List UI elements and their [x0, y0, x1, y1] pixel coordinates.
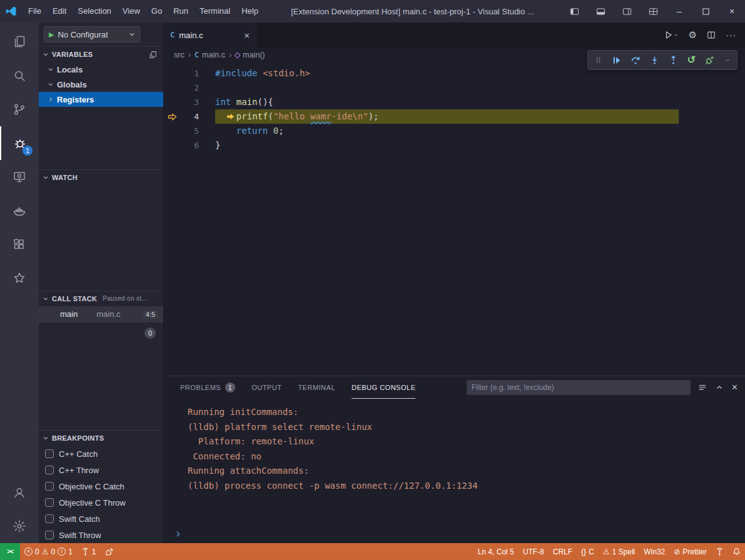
restart-button[interactable]: ↺ — [687, 55, 696, 65]
tab-main-c[interactable]: C main.c × — [164, 22, 256, 48]
panel-tab-output[interactable]: OUTPUT — [251, 376, 281, 399]
breadcrumb-item[interactable]: Cmain.c — [195, 51, 225, 59]
close-button[interactable]: × — [719, 0, 745, 22]
problems-indicator[interactable]: × 0 ⚠ 0 i 1 — [20, 543, 77, 560]
close-panel-icon[interactable]: × — [732, 382, 737, 393]
console-filter-input[interactable] — [467, 380, 691, 395]
activity-extensions-icon[interactable] — [0, 228, 39, 261]
menu-run[interactable]: Run — [168, 0, 194, 22]
copy-icon[interactable] — [149, 51, 157, 59]
panel-tab-debug-console[interactable]: DEBUG CONSOLE — [352, 376, 415, 399]
console-lines-icon[interactable] — [698, 383, 707, 392]
disconnect-button[interactable] — [705, 56, 714, 65]
breakpoint-row[interactable]: Objective C Catch — [39, 478, 163, 494]
activity-scm-icon[interactable] — [0, 92, 39, 126]
breakpoint-row[interactable]: Objective C Throw — [39, 494, 163, 511]
step-out-button[interactable] — [669, 55, 678, 65]
code-line[interactable]: 4 printf("hello wamr-ide\n"); — [164, 109, 745, 124]
code-line[interactable]: 6} — [164, 138, 745, 152]
cursor-position[interactable]: Ln 4, Col 5 — [474, 543, 519, 560]
encoding-indicator[interactable]: UTF-8 — [519, 543, 549, 560]
activity-star-icon[interactable] — [0, 261, 39, 295]
menu-help[interactable]: Help — [236, 0, 264, 22]
split-editor-icon[interactable] — [707, 31, 716, 39]
continue-button[interactable] — [612, 56, 621, 65]
menu-file[interactable]: File — [23, 0, 47, 22]
gear-icon[interactable]: ⚙ — [689, 29, 697, 41]
breakpoint-row[interactable]: Swift Catch — [39, 511, 163, 527]
breakpoint-checkbox[interactable] — [45, 482, 54, 491]
drag-handle[interactable] — [594, 55, 602, 65]
editor-tab-bar: C main.c × ⚙··· — [164, 22, 745, 48]
debug-config-dropdown[interactable]: ▶ No Configurat — [44, 26, 140, 42]
start-debugging-icon[interactable]: ▶ — [49, 31, 54, 39]
tunnel-indicator[interactable] — [711, 543, 728, 560]
maximize-button[interactable] — [692, 0, 719, 22]
menu-edit[interactable]: Edit — [47, 0, 72, 22]
breakpoint-row[interactable]: C++ Catch — [39, 446, 163, 462]
code-line[interactable]: 5 return 0; — [164, 124, 745, 138]
chevron-down-icon[interactable] — [725, 58, 731, 63]
variables-item-globals[interactable]: Globals — [39, 77, 163, 92]
menu-selection[interactable]: Selection — [72, 0, 116, 22]
platform-indicator[interactable]: Win32 — [639, 543, 669, 560]
menu-view[interactable]: View — [117, 0, 146, 22]
remote-indicator[interactable]: >< — [0, 543, 20, 560]
chevron-up-icon[interactable] — [716, 384, 723, 391]
run-or-debug-button[interactable] — [664, 31, 679, 39]
eol-indicator[interactable]: CRLF — [549, 543, 577, 560]
toggle-sidebar-icon[interactable] — [561, 0, 587, 22]
debug-console-output[interactable]: Running initCommands:(lldb) platform sel… — [164, 399, 745, 527]
watch-header[interactable]: WATCH — [39, 170, 163, 185]
variables-item-registers[interactable]: Registers — [39, 92, 163, 107]
breakpoint-row[interactable]: Swift Throw — [39, 527, 163, 543]
language-mode[interactable]: {} C — [577, 543, 599, 560]
ports-indicator[interactable]: 1 — [77, 543, 101, 560]
activity-gear-icon[interactable] — [0, 509, 39, 543]
line-number: 3 — [180, 95, 199, 109]
breakpoints-header[interactable]: BREAKPOINTS — [39, 431, 163, 446]
step-into-button[interactable] — [650, 55, 659, 65]
activity-explorer-icon[interactable] — [0, 25, 39, 59]
console-input-row[interactable] — [164, 527, 745, 543]
breadcrumb-item[interactable]: main() — [235, 51, 265, 59]
code-editor[interactable]: 1#include <stdio.h>23int main(){4 printf… — [164, 62, 745, 376]
activity-debug-icon[interactable]: 1 — [0, 126, 39, 160]
breakpoint-label: C++ Catch — [59, 449, 98, 459]
breakpoint-checkbox[interactable] — [45, 466, 54, 474]
stack-frame[interactable]: mainmain.c4:5 — [39, 306, 163, 322]
breakpoint-row[interactable]: C++ Throw — [39, 462, 163, 478]
code-line[interactable]: 2 — [164, 81, 745, 95]
breakpoint-checkbox[interactable] — [45, 514, 54, 523]
variables-item-locals[interactable]: Locals — [39, 62, 163, 77]
toggle-panel-icon[interactable] — [587, 0, 614, 22]
toggle-secondary-sidebar-icon[interactable] — [614, 0, 640, 22]
close-tab-icon[interactable]: × — [244, 30, 250, 41]
call-stack-header[interactable]: CALL STACK Paused on st... — [39, 291, 163, 306]
more-actions-icon[interactable]: ··· — [726, 30, 736, 40]
token: "hello — [273, 111, 310, 121]
step-over-button[interactable] — [631, 55, 641, 65]
activity-docker-icon[interactable] — [0, 194, 39, 228]
debug-target-indicator[interactable] — [101, 543, 118, 560]
code-text: return 0; — [215, 124, 284, 138]
breakpoint-checkbox[interactable] — [45, 449, 54, 458]
breadcrumb-item[interactable]: src — [174, 51, 185, 59]
menu-terminal[interactable]: Terminal — [194, 0, 236, 22]
minimize-button[interactable]: – — [666, 0, 692, 22]
frame-file: main.c — [96, 309, 143, 319]
formatter-indicator[interactable]: ⊘ Prettier — [669, 543, 711, 560]
menu-go[interactable]: Go — [146, 0, 168, 22]
notifications-bell[interactable] — [728, 543, 745, 560]
spell-indicator[interactable]: ⚠ 1 Spell — [599, 543, 639, 560]
customize-layout-icon[interactable] — [640, 0, 666, 22]
activity-remote-icon[interactable] — [0, 160, 39, 194]
activity-search-icon[interactable] — [0, 59, 39, 92]
activity-account-icon[interactable] — [0, 476, 39, 509]
breakpoint-checkbox[interactable] — [45, 498, 54, 507]
panel-tab-problems[interactable]: PROBLEMS1 — [180, 376, 235, 399]
breakpoint-checkbox[interactable] — [45, 531, 54, 539]
panel-tab-terminal[interactable]: TERMINAL — [298, 376, 335, 399]
code-line[interactable]: 3int main(){ — [164, 95, 745, 109]
variables-header[interactable]: VARIABLES — [39, 47, 163, 62]
